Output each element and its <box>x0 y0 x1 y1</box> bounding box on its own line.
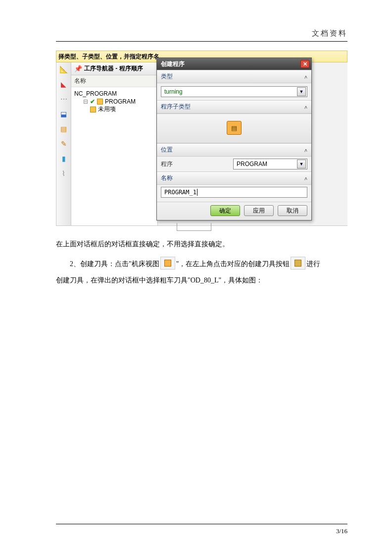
vertical-toolbar: 📐 ◣ ⋯ ⬓ ▤ ✎ ▮ ⌇ <box>56 62 71 225</box>
text-run: "，在左上角点击对应的创建刀具按钮 <box>176 260 290 268</box>
navigator-title: 工序导航器 - 程序顺序 <box>84 64 143 73</box>
header-rule <box>56 41 347 42</box>
paragraph: 在上面对话框后的对话框直接确定，不用选择直接确定。 <box>56 236 347 253</box>
page-number: 3/16 <box>56 527 347 535</box>
section-subtype-header[interactable]: 程序子类型 ʌ <box>157 100 311 113</box>
operation-navigator: 📌 工序导航器 - 程序顺序 名称 NC_PROGRAM ⊟ ✔ PROGRAM… <box>71 62 158 225</box>
tree-item[interactable]: ⊟ 未用项 <box>74 105 154 113</box>
toolbar-icon[interactable]: ⌇ <box>59 168 69 178</box>
ok-button[interactable]: 确定 <box>210 205 240 216</box>
section-label: 名称 <box>161 174 173 182</box>
chevron-up-icon: ʌ <box>304 74 307 79</box>
cancel-button[interactable]: 取消 <box>278 205 307 216</box>
section-label: 程序子类型 <box>161 103 191 111</box>
paragraph: 创建刀具，在弹出的对话框中选择粗车刀具"OD_80_L"，具体如图： <box>56 272 347 289</box>
screenshot-figure: 择类型、子类型、位置，并指定程序名 📐 ◣ ⋯ ⬓ ▤ ✎ ▮ ⌇ 📌 工序导航… <box>56 51 347 226</box>
text-cursor <box>197 189 197 196</box>
tab-stub <box>177 223 211 231</box>
tree-item-label: PROGRAM <box>105 98 136 105</box>
toolbar-icon[interactable]: ⬓ <box>59 109 69 119</box>
name-input-value: PROGRAM_1 <box>164 189 196 196</box>
section-name-header[interactable]: 名称 ʌ <box>157 171 311 185</box>
toolbar-icon[interactable]: ✎ <box>59 139 69 149</box>
text-run: 2、创建刀具：点击"机床视图 <box>70 260 159 268</box>
name-input[interactable]: PROGRAM_1 <box>161 187 307 198</box>
dialog-title: 创建程序 <box>161 60 185 68</box>
tree-item[interactable]: ⊟ ✔ PROGRAM <box>74 98 154 105</box>
toolbar-icon[interactable]: ▤ <box>59 124 69 134</box>
dropdown-value: PROGRAM <box>237 161 267 167</box>
chevron-up-icon: ʌ <box>304 104 307 110</box>
main-area: 创建程序 ✕ 类型 ʌ turning ▼ 程序子类型 <box>158 62 347 225</box>
program-icon <box>90 107 96 112</box>
subtype-program-icon[interactable]: ▤ <box>227 121 242 135</box>
tree-item-label: 未用项 <box>98 105 116 113</box>
section-label: 位置 <box>161 146 173 154</box>
program-icon <box>97 99 103 105</box>
chevron-down-icon: ▼ <box>297 160 306 168</box>
page-header: 文档资料 <box>56 29 347 38</box>
dialog-titlebar: 创建程序 ✕ <box>157 58 311 70</box>
document-body: 在上面对话框后的对话框直接确定，不用选择直接确定。 2、创建刀具：点击"机床视图… <box>56 236 347 289</box>
toolbar-icon[interactable]: ▮ <box>59 154 69 164</box>
section-type-header[interactable]: 类型 ʌ <box>157 70 311 83</box>
navigator-title-bar: 📌 工序导航器 - 程序顺序 <box>71 62 157 75</box>
toolbar-icon[interactable]: ◣ <box>59 79 69 89</box>
chevron-up-icon: ʌ <box>304 175 307 181</box>
text-run: 进行 <box>306 260 320 268</box>
dash-icon: ⊟ <box>83 98 88 105</box>
section-location-header[interactable]: 位置 ʌ <box>157 143 311 157</box>
program-dropdown[interactable]: PROGRAM ▼ <box>233 159 307 169</box>
paragraph: 2、创建刀具：点击"机床视图"，在左上角点击对应的创建刀具按钮进行 <box>56 256 347 273</box>
create-tool-icon <box>291 257 305 270</box>
tree-root[interactable]: NC_PROGRAM <box>74 89 154 98</box>
program-label: 程序 <box>161 160 173 168</box>
type-dropdown[interactable]: turning ▼ <box>161 86 307 97</box>
section-label: 类型 <box>161 72 173 81</box>
program-tree: NC_PROGRAM ⊟ ✔ PROGRAM ⊟ 未用项 <box>71 87 157 115</box>
dropdown-value: turning <box>164 88 183 95</box>
create-program-dialog: 创建程序 ✕ 类型 ʌ turning ▼ 程序子类型 <box>156 57 312 221</box>
toolbar-icon[interactable]: ⋯ <box>59 94 69 104</box>
pin-icon[interactable]: 📌 <box>74 65 82 72</box>
check-icon: ✔ <box>90 98 95 105</box>
footer-rule <box>56 524 347 524</box>
machine-view-icon <box>160 257 175 270</box>
close-icon[interactable]: ✕ <box>300 60 309 68</box>
navigator-column-header: 名称 <box>71 75 157 87</box>
chevron-up-icon: ʌ <box>304 147 307 153</box>
toolbar-icon[interactable]: 📐 <box>59 64 69 74</box>
apply-button[interactable]: 应用 <box>244 205 274 216</box>
chevron-down-icon: ▼ <box>297 87 306 96</box>
